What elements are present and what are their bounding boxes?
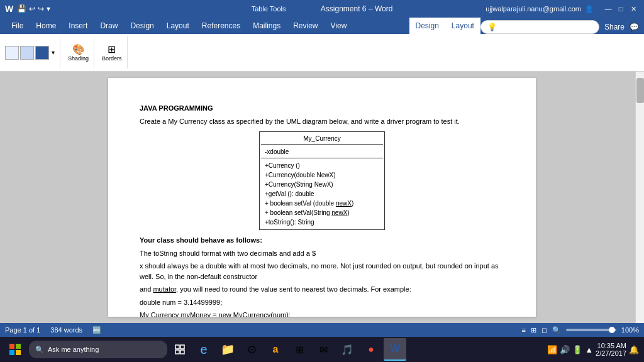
tab-home[interactable]: Home (30, 18, 62, 34)
quick-access-toolbar: 💾 ↩ ↪ ▾ (17, 4, 50, 13)
print-layout-icon[interactable]: ⊞ (531, 326, 536, 334)
word-count: 384 words (50, 326, 82, 334)
svg-rect-4 (175, 345, 179, 349)
task-view-icon[interactable] (169, 338, 191, 361)
close-button[interactable]: ✕ (628, 3, 639, 14)
up-arrow-icon[interactable]: ▲ (585, 345, 593, 354)
date-display: 2/27/2017 (596, 349, 626, 357)
uml-classname: My_Currency (261, 133, 383, 145)
document-container: JAVA PROGRAMMING Create a My Currency cl… (0, 72, 644, 323)
shading-icon[interactable]: 🎨 (72, 43, 85, 55)
word-taskbar-icon[interactable]: W (384, 338, 406, 361)
uml-methods: +Currency () +Currency(double NewX) +Cur… (261, 160, 383, 228)
tab-view[interactable]: View (325, 18, 353, 34)
doc-title: JAVA PROGRAMMING (140, 103, 504, 114)
styles-dropdown-icon[interactable]: ▾ (52, 49, 55, 56)
red-icon[interactable]: ● (360, 338, 382, 361)
undo-icon[interactable]: ↩ (29, 4, 35, 13)
tab-references[interactable]: References (196, 18, 247, 34)
svg-rect-2 (9, 350, 14, 355)
behavior-rounding: x should always be a double with at most… (140, 261, 504, 282)
taskbar: 🔍 Ask me anything e 📁 ⊙ a ⊞ ✉ 🎵 ● W 📶 🔊 … (0, 337, 644, 362)
comment-icon[interactable]: 💬 (630, 23, 639, 31)
ribbon-group-shading: 🎨 Shading (63, 36, 94, 69)
media-icon[interactable]: 🎵 (336, 338, 358, 361)
battery-icon[interactable]: 🔋 (572, 345, 582, 354)
tab-mailings[interactable]: Mailings (247, 18, 287, 34)
svg-rect-3 (16, 350, 21, 355)
tab-file[interactable]: File (5, 18, 30, 34)
zoom-thumb (609, 327, 615, 333)
table-style-option-1[interactable] (5, 46, 19, 60)
tell-me-text: Tell me what you want to do (499, 23, 592, 31)
table-tools-label: Table Tools (252, 5, 286, 13)
web-view-icon[interactable]: ◻ (541, 326, 547, 334)
uml-constructor-1: +Currency(double NewX) (265, 170, 379, 180)
more-icon[interactable]: ▾ (47, 4, 50, 13)
tab-review[interactable]: Review (287, 18, 324, 34)
status-bar: Page 1 of 1 384 words 🔤 ≡ ⊞ ◻ 🔍 100% (0, 323, 644, 337)
title-bar-left: W 💾 ↩ ↪ ▾ (5, 4, 216, 14)
code-num: double num = 3.14499999; (140, 297, 504, 308)
tab-layout-context[interactable]: Layout (445, 18, 480, 34)
file-explorer-icon[interactable]: 📁 (216, 338, 239, 361)
search-icon: 🔍 (35, 346, 44, 354)
edge-browser-icon[interactable]: e (192, 338, 215, 361)
uml-method-0: +getVal (): double (265, 189, 379, 199)
tab-design-context[interactable]: Design (409, 18, 445, 34)
table-style-option-3[interactable] (35, 46, 49, 60)
taskbar-search[interactable]: 🔍 Ask me anything (29, 341, 167, 358)
borders-label: Borders (102, 55, 122, 62)
behavior-header: Your class should behave as follows: (140, 235, 504, 246)
doc-subtitle: Create a My Currency class as specified … (140, 116, 504, 127)
account-icon[interactable]: 👤 (585, 5, 594, 13)
zoom-slider[interactable] (566, 329, 616, 331)
chrome-icon[interactable]: ⊙ (240, 338, 263, 361)
minimize-button[interactable]: — (602, 3, 614, 14)
title-bar-right: ujjwalparajuli.nanu@gmail.com 👤 — □ ✕ (428, 3, 639, 14)
time-display: 10:35 AM (597, 342, 626, 349)
behavior-mutator: and mutator, you will need to round the … (140, 284, 504, 295)
ribbon-tab-right: 💡 Tell me what you want to do Share 💬 (480, 20, 644, 34)
amazon-icon[interactable]: a (264, 338, 287, 361)
restore-button[interactable]: □ (615, 3, 626, 14)
svg-rect-7 (180, 350, 184, 354)
sound-icon[interactable]: 🔊 (560, 345, 570, 354)
uml-constructor-2: +Currency(String NewX) (265, 180, 379, 189)
mail-icon[interactable]: ✉ (312, 338, 335, 361)
start-button[interactable] (3, 338, 28, 361)
scrollbar-thumb[interactable] (636, 78, 644, 103)
scrollbar-right[interactable] (635, 72, 644, 323)
ribbon-bar: ▾ 🎨 Shading ⊞ Borders (0, 34, 644, 72)
save-icon[interactable]: 💾 (17, 4, 26, 13)
notification-icon[interactable]: 🔔 (629, 345, 639, 354)
borders-icon[interactable]: ⊞ (108, 43, 116, 55)
redo-icon[interactable]: ↪ (38, 4, 44, 13)
uml-field-1: -xdouble (265, 147, 379, 156)
tell-me-box[interactable]: 💡 Tell me what you want to do (480, 20, 599, 34)
uml-fields: -xdouble (261, 146, 383, 158)
share-button[interactable]: Share (604, 23, 625, 31)
code-line2: My Currency myMoney = new MyCurrency(num… (140, 310, 504, 317)
clock-display[interactable]: 10:35 AM 2/27/2017 (596, 342, 626, 357)
windows-logo-icon (9, 344, 21, 355)
uml-method-2: + boolean setVal(String newX) (265, 208, 379, 217)
read-mode-icon[interactable]: ≡ (521, 326, 525, 334)
zoom-level[interactable]: 100% (621, 326, 639, 334)
shading-label: Shading (68, 55, 89, 62)
tab-insert[interactable]: Insert (62, 18, 94, 34)
system-icons: 📶 🔊 🔋 ▲ (547, 345, 593, 354)
tab-draw[interactable]: Draw (94, 18, 124, 34)
uml-method-1: + boolean setVal (double newX) (265, 199, 379, 208)
uml-constructor-0: +Currency () (265, 161, 379, 170)
tab-layout-main[interactable]: Layout (160, 18, 196, 34)
table-style-option-2[interactable] (20, 46, 34, 60)
status-bar-right: ≡ ⊞ ◻ 🔍 100% (521, 326, 639, 334)
tab-design-main[interactable]: Design (124, 18, 160, 34)
svg-rect-0 (9, 344, 14, 349)
office-icon[interactable]: ⊞ (288, 338, 311, 361)
uml-table: My_Currency -xdouble +Currency () +Curre… (259, 131, 385, 230)
focus-mode-icon[interactable]: 🔍 (552, 326, 561, 334)
ribbon-group-table-styles: ▾ (5, 36, 60, 69)
network-icon[interactable]: 📶 (547, 345, 557, 354)
